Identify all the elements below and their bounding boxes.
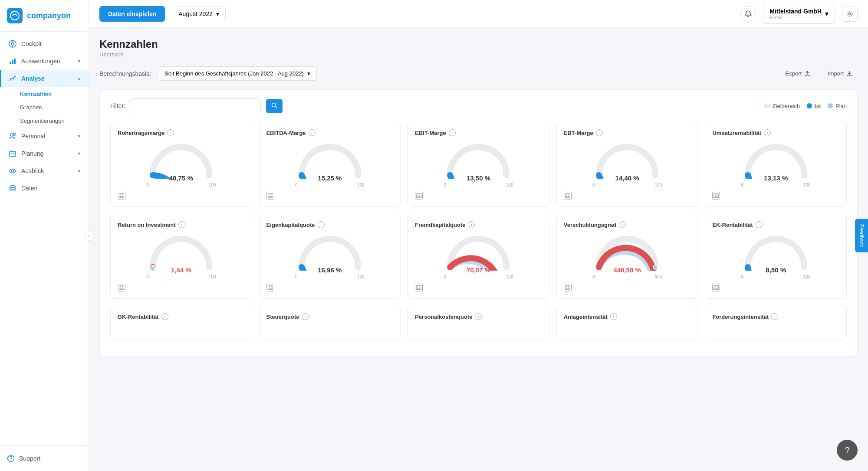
info-icon[interactable]: i	[596, 129, 603, 136]
svg-line-21	[276, 106, 277, 108]
gauge-card-eigenkapitalquote: Eigenkapitalquote i 16,96 % 0 100	[259, 214, 401, 299]
card-footer	[266, 192, 394, 200]
table-icon[interactable]	[564, 284, 572, 291]
scale-min: 0	[741, 275, 744, 279]
gauge-scale: 0 100	[741, 183, 811, 187]
sidebar-item-planung-label: Planung	[21, 150, 43, 157]
date-selector[interactable]: August 2022 ▾	[172, 7, 226, 21]
sidebar-item-support[interactable]: Support	[7, 451, 82, 466]
table-icon[interactable]	[118, 192, 125, 200]
card-title: Fremdkapitalquote	[415, 222, 465, 228]
table-icon[interactable]	[564, 192, 572, 200]
info-icon[interactable]: i	[302, 313, 309, 320]
scale-max: 100	[654, 183, 662, 187]
table-icon[interactable]	[712, 284, 720, 291]
scale-min: 0	[592, 275, 595, 279]
svg-rect-38	[417, 194, 421, 198]
filter-input[interactable]	[131, 98, 261, 113]
svg-point-19	[849, 13, 851, 15]
svg-rect-87	[714, 286, 719, 290]
info-icon[interactable]: i	[619, 221, 626, 228]
svg-rect-52	[714, 194, 719, 198]
sidebar-collapse-button[interactable]: ‹	[84, 230, 94, 241]
gauge-value: 13,13 %	[764, 174, 788, 182]
info-icon[interactable]: i	[178, 221, 185, 228]
feedback-button[interactable]: Feedback	[855, 219, 868, 252]
table-icon[interactable]	[415, 192, 423, 200]
sidebar-item-cockpit-label: Cockpit	[21, 40, 42, 47]
gauge-card-gk-rentabilitaet: GK-Rentabilität i	[110, 306, 252, 340]
import-button[interactable]: Import	[822, 68, 858, 79]
info-icon[interactable]: i	[764, 129, 771, 136]
scale-max: 500	[654, 275, 662, 279]
info-icon[interactable]: i	[468, 221, 475, 228]
sidebar-item-cockpit[interactable]: Cockpit	[0, 35, 89, 52]
scale-min: 0	[146, 183, 149, 187]
gauge-scale: 0 100	[444, 183, 513, 187]
info-icon[interactable]: i	[610, 313, 617, 320]
card-footer	[415, 284, 542, 291]
card-title: Eigenkapitalquote	[266, 222, 315, 228]
gauge-scale: 0 100	[592, 183, 662, 187]
sidebar-subitem-segmentierungen[interactable]: Segmentierungen	[0, 114, 89, 128]
legend-zielbereich: Zielbereich	[764, 103, 800, 109]
sidebar-subitem-kennzahlen[interactable]: Kennzahlen	[0, 87, 89, 101]
data-import-button[interactable]: Daten einspielen	[99, 6, 165, 22]
sidebar-item-ausblick[interactable]: Ausblick ▼	[0, 162, 89, 180]
card-title: Verschuldungsgrad	[564, 222, 616, 228]
date-selector-chevron: ▾	[216, 10, 219, 17]
gauge-card-verschuldungsgrad: Verschuldungsgrad i 448,58 % 0 500	[556, 214, 698, 299]
svg-rect-73	[417, 286, 421, 290]
controls-row: Berechnungsbasis: Seit Beginn des Geschä…	[99, 66, 858, 81]
svg-point-16	[10, 186, 15, 188]
info-icon[interactable]: i	[771, 313, 778, 320]
table-icon[interactable]	[266, 192, 274, 200]
gauge-container: 448,58 % 0 500	[564, 232, 691, 279]
chevron-down-icon2: ▼	[77, 134, 82, 139]
export-icon	[804, 71, 810, 77]
info-icon[interactable]: i	[318, 221, 325, 228]
search-button[interactable]	[266, 99, 283, 113]
sidebar-item-auswertungen[interactable]: Auswertungen ▼	[0, 52, 89, 70]
table-icon[interactable]	[118, 284, 125, 291]
card-header: EBITDA-Marge i	[266, 129, 394, 136]
table-icon[interactable]	[266, 284, 274, 291]
export-button[interactable]: Export	[780, 68, 816, 79]
legend-plan: Plan	[828, 103, 847, 109]
sidebar-item-planung[interactable]: Planung ▼	[0, 145, 89, 162]
info-icon[interactable]: i	[475, 313, 482, 320]
gauge-card-umsatzrentabilitaet: Umsatzrentabilität i 13,13 % 0 100	[705, 122, 847, 207]
help-button[interactable]: ?	[837, 440, 858, 461]
cards-row1: Rohertragsmarge i 48,75 % 0 100	[110, 122, 847, 207]
gauge-value: 48,75 %	[169, 174, 193, 182]
table-icon[interactable]	[415, 284, 423, 291]
gauge-card-steuerquote: Steuerquote i	[259, 306, 401, 340]
card-title: EK-Rentabilität	[712, 222, 753, 228]
berechnungsbasis-selector[interactable]: Seit Beginn des Geschäftsjahres (Jan 202…	[158, 66, 317, 81]
info-icon[interactable]: i	[167, 129, 174, 136]
content-area: Kennzahlen Übersicht Berechnungsbasis: S…	[89, 28, 868, 471]
svg-rect-45	[565, 194, 570, 198]
settings-button[interactable]	[842, 6, 858, 22]
gauge-value: 76,07 %	[467, 266, 490, 274]
sidebar-item-analyse[interactable]: Analyse ▲	[0, 70, 89, 87]
notification-button[interactable]	[740, 6, 756, 22]
gauge-scale: 0 100	[444, 275, 513, 279]
sidebar-subitem-graphen[interactable]: Graphen	[0, 101, 89, 114]
scale-max: 100	[803, 183, 811, 187]
gauge-container: 76,07 % 0 100	[415, 232, 542, 279]
table-icon[interactable]	[712, 192, 720, 200]
gauge-card-ek-rentabilitaet: EK-Rentabilität i 8,50 % 0 100	[705, 214, 847, 299]
company-selector[interactable]: Mittelstand GmbH Firma ▾	[763, 4, 835, 24]
info-icon[interactable]: i	[449, 129, 456, 136]
sidebar-item-daten-label: Daten	[21, 185, 37, 192]
scale-max: 100	[357, 183, 365, 187]
info-icon[interactable]: i	[309, 129, 316, 136]
card-header: Eigenkapitalquote i	[266, 221, 394, 228]
sidebar-item-daten[interactable]: Daten	[0, 180, 89, 197]
card-title: EBT-Marge	[564, 130, 593, 136]
sidebar-item-personal[interactable]: Personal ▼	[0, 128, 89, 145]
info-icon[interactable]: i	[161, 313, 168, 320]
info-icon[interactable]: i	[756, 221, 763, 228]
logo-text: companyon	[27, 11, 71, 20]
